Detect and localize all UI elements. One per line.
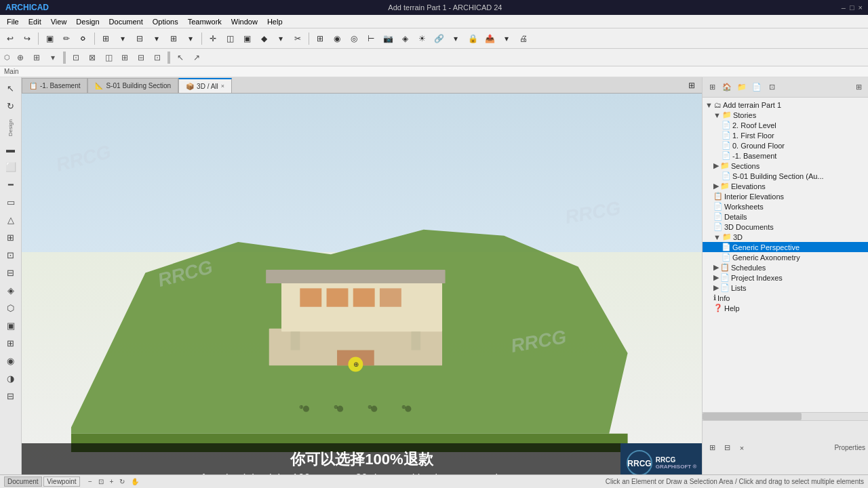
close-button[interactable]: × xyxy=(859,3,863,12)
tree-s01-section[interactable]: 📄 S-01 Building Section (Au... xyxy=(703,171,868,181)
tree-lists[interactable]: ▶ 📄 Lists xyxy=(703,283,868,293)
3d-view-tool[interactable]: ◆ xyxy=(256,31,271,46)
panel-btn-2[interactable]: 🏠 xyxy=(720,81,734,94)
tree-schedules[interactable]: ▶ 📋 Schedules xyxy=(703,262,868,272)
snap-tool[interactable]: ⊞ xyxy=(98,31,113,46)
curtain-tool[interactable]: ▣ xyxy=(3,318,19,334)
morph-tool[interactable]: ◉ xyxy=(3,353,19,369)
tree-generic-persp[interactable]: 📄 Generic Perspective xyxy=(703,242,868,252)
tree-stories[interactable]: ▼ 📁 Stories xyxy=(703,110,868,120)
snap-btn7[interactable]: ⊟ xyxy=(134,50,149,65)
door-tool[interactable]: ⊡ xyxy=(3,247,19,264)
panel-expand-btn[interactable]: ⊞ xyxy=(852,81,865,94)
shell-tool[interactable]: ◑ xyxy=(3,371,19,387)
select-tool[interactable]: ▣ xyxy=(42,31,57,46)
snap-btn2[interactable]: ⊞ xyxy=(29,50,44,65)
tree-ground-floor[interactable]: 📄 0. Ground Floor xyxy=(703,140,868,150)
pan-status[interactable]: ✋ xyxy=(129,477,141,486)
tree-basement[interactable]: 📄 -1. Basement xyxy=(703,150,868,161)
view-dropdown[interactable]: ▾ xyxy=(273,31,288,46)
minimize-button[interactable]: – xyxy=(842,3,846,12)
label-tool[interactable]: ◎ xyxy=(347,31,361,46)
tree-elevations[interactable]: ▶ 📁 Elevations xyxy=(703,181,868,191)
tree-help[interactable]: ❓ Help xyxy=(703,303,868,313)
stair-tool[interactable]: ⊞ xyxy=(3,230,19,246)
tab-basement[interactable]: 📋 -1. Basement xyxy=(22,78,87,93)
snap-btn4[interactable]: ⊠ xyxy=(85,50,100,65)
snap-btn3[interactable]: ⊡ xyxy=(68,50,83,65)
wall-tool[interactable]: ▬ xyxy=(3,142,19,158)
scissors-tool[interactable]: ✂ xyxy=(290,31,305,46)
tab-section[interactable]: 📐 S-01 Building Section xyxy=(87,78,178,93)
tab-menu-button[interactable]: ⊞ xyxy=(684,78,699,93)
publish-dropdown[interactable]: ▾ xyxy=(499,31,514,46)
redo-button[interactable]: ↪ xyxy=(20,31,35,46)
tree-sections[interactable]: ▶ 📁 Sections xyxy=(703,161,868,171)
column-tool[interactable]: ⬜ xyxy=(3,159,19,176)
tab-close-button[interactable]: × xyxy=(221,83,224,89)
tree-details[interactable]: 📄 Details xyxy=(703,211,868,222)
tree-worksheets[interactable]: 📄 Worksheets xyxy=(703,201,868,211)
trace-tool[interactable]: ◫ xyxy=(222,31,237,46)
snap-btn8[interactable]: ⊡ xyxy=(150,50,165,65)
publish-tool[interactable]: 📤 xyxy=(482,31,497,46)
tree-3d[interactable]: ▼ 📁 3D xyxy=(703,232,868,242)
section-tool[interactable]: ▣ xyxy=(239,31,254,46)
viewpoint-tab[interactable]: Viewpoint xyxy=(43,476,79,487)
collab-tool[interactable]: 🔗 xyxy=(431,31,446,46)
camera-tool[interactable]: 📷 xyxy=(380,31,395,46)
menu-file[interactable]: File xyxy=(3,17,23,26)
guide-dropdown[interactable]: ▾ xyxy=(149,31,164,46)
panel-btn-4[interactable]: 📄 xyxy=(750,81,764,94)
tree-first-floor[interactable]: 📄 1. First Floor xyxy=(703,130,868,140)
tree-3ddocs[interactable]: 📄 3D Documents xyxy=(703,222,868,232)
menu-help[interactable]: Help xyxy=(263,17,287,26)
rotate-tool[interactable]: ↻ xyxy=(3,98,19,114)
snap-dropdown2[interactable]: ▾ xyxy=(45,50,60,65)
roof-tool[interactable]: △ xyxy=(3,212,19,228)
render-tool[interactable]: ◈ xyxy=(397,31,412,46)
markup-tool[interactable]: ⊞ xyxy=(313,31,328,46)
zoom-out-status[interactable]: − xyxy=(86,477,94,486)
survey-tool[interactable]: ◉ xyxy=(330,31,344,46)
maximize-button[interactable]: □ xyxy=(850,3,854,12)
3d-viewport[interactable]: ⊕ ⊕ ⊕ ⊕ ⊕ RRCG RRCG RRCG RRCG xyxy=(22,94,702,474)
object-tool[interactable]: ◈ xyxy=(3,283,19,299)
menu-document[interactable]: Document xyxy=(105,17,147,26)
panel-footer-btn2[interactable]: ⊟ xyxy=(720,441,734,455)
menu-teamwork[interactable]: Teamwork xyxy=(184,17,226,26)
snap-btn5[interactable]: ◫ xyxy=(101,50,116,65)
cursor-btn2[interactable]: ↗ xyxy=(189,50,204,65)
document-tab[interactable]: Document xyxy=(4,476,42,487)
panel-btn-3[interactable]: 📁 xyxy=(735,81,749,94)
menu-design[interactable]: Design xyxy=(72,17,103,26)
mesh-tool[interactable]: ⊞ xyxy=(3,336,19,352)
menu-edit[interactable]: Edit xyxy=(24,17,45,26)
undo-button[interactable]: ↩ xyxy=(3,31,18,46)
tree-project-idx[interactable]: ▶ 📄 Project Indexes xyxy=(703,272,868,283)
sun-tool[interactable]: ☀ xyxy=(414,31,429,46)
arrow-tool-left[interactable]: ↖ xyxy=(3,80,19,96)
tree-generic-axon[interactable]: 📄 Generic Axonometry xyxy=(703,252,868,262)
snap-btn6[interactable]: ⊞ xyxy=(117,50,132,65)
fill-tool[interactable]: ⊟ xyxy=(3,388,19,405)
menu-options[interactable]: Options xyxy=(149,17,182,26)
info-tool[interactable]: 🖨 xyxy=(516,31,531,46)
collab-dropdown[interactable]: ▾ xyxy=(448,31,463,46)
panel-btn-1[interactable]: ⊞ xyxy=(705,81,719,94)
lock-tool[interactable]: 🔒 xyxy=(465,31,480,46)
dim-tool[interactable]: ⊢ xyxy=(363,31,378,46)
origin-tool[interactable]: ✛ xyxy=(205,31,220,46)
panel-scrollbar[interactable] xyxy=(703,412,868,420)
tree-interior-elev[interactable]: 📋 Interior Elevations xyxy=(703,191,868,201)
pencil-tool[interactable]: ✏ xyxy=(59,31,74,46)
zone-tool[interactable]: ⬡ xyxy=(3,300,19,317)
grid-tool[interactable]: ⊞ xyxy=(166,31,181,46)
orbit-status[interactable]: ↻ xyxy=(117,477,127,486)
zoom-fit-status[interactable]: ⊡ xyxy=(96,477,106,486)
beam-tool[interactable]: ━ xyxy=(3,177,19,193)
menu-view[interactable]: View xyxy=(47,17,71,26)
snap-dropdown[interactable]: ▾ xyxy=(115,31,130,46)
snap-btn1[interactable]: ⊕ xyxy=(13,50,28,65)
window-tool[interactable]: ⊟ xyxy=(3,265,19,281)
